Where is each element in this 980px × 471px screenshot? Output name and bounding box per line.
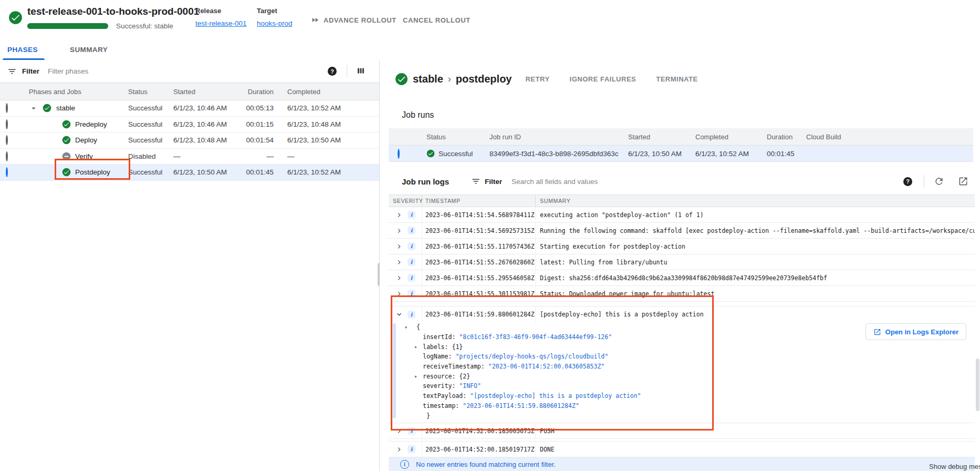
log-entry-row[interactable]: i 2023-06-01T14:51:54.568978411Z executi…: [389, 207, 975, 223]
column-settings-icon[interactable]: [356, 66, 366, 76]
chevron-right-icon[interactable]: [395, 290, 403, 298]
job-radio[interactable]: [6, 151, 8, 161]
job-row-predeploy[interactable]: Predeploy Successful 6/1/23, 10:46 AM 00…: [0, 117, 379, 133]
job-radio[interactable]: [6, 119, 8, 129]
info-severity-icon: i: [408, 242, 415, 250]
log-summary: Status: Downloaded newer image for ubunt…: [536, 290, 975, 298]
toolbar-divider: [347, 65, 347, 77]
release-meta: Release test-release-001: [195, 7, 247, 28]
job-name: Predeploy: [75, 120, 107, 128]
logs-search-input[interactable]: [510, 177, 738, 186]
log-timestamp: 2023-06-01T14:51:55.117057436Z: [422, 239, 536, 254]
chevron-right-icon[interactable]: [395, 258, 403, 267]
chevron-right-icon[interactable]: [395, 211, 403, 219]
success-check-icon: [62, 120, 71, 129]
json-expand-caret[interactable]: ▸: [414, 373, 423, 379]
job-row-postdeploy[interactable]: Postdeploy Successful 6/1/23, 10:50 AM 0…: [0, 165, 379, 181]
job-run-header: stable › postdeploy RETRY IGNORE FAILURE…: [395, 73, 698, 86]
log-summary: latest: Pulling from library/ubuntu: [536, 259, 975, 266]
chevron-right-icon[interactable]: [395, 445, 403, 454]
retry-button[interactable]: RETRY: [525, 75, 549, 83]
job-run-radio-selected[interactable]: [398, 149, 400, 159]
log-entry-row-expanded[interactable]: i 2023-06-01T14:51:59.880601284Z [postde…: [389, 306, 975, 322]
job-completed: 6/1/23, 10:48 AM: [274, 120, 379, 128]
job-run-row[interactable]: Successful 83499ef3-f3d1-48c3-b898-2695d…: [389, 146, 973, 162]
phase-row-stable[interactable]: stable Successful 6/1/23, 10:46 AM 00:05…: [0, 100, 379, 117]
json-line: logName: "projects/deploy-hooks-qs/logs/…: [389, 352, 975, 362]
log-gap: [389, 302, 975, 306]
phases-filter-input[interactable]: [47, 67, 248, 76]
collapse-caret-icon[interactable]: [29, 104, 38, 113]
ignore-failures-button[interactable]: IGNORE FAILURES: [570, 75, 637, 83]
disabled-icon: [62, 152, 71, 161]
json-line: ▸ resource: {2}: [389, 371, 975, 381]
log-entry-row[interactable]: i 2023-06-01T14:52:00.185019717Z DONE: [389, 441, 975, 457]
refresh-icon[interactable]: [934, 176, 944, 187]
cancel-rollout-label: CANCEL ROLLOUT: [403, 16, 471, 24]
log-entry-row[interactable]: i 2023-06-01T14:51:54.569257315Z Running…: [389, 223, 975, 239]
log-summary: Running the following command: skaffold …: [536, 227, 975, 234]
log-timestamp: 2023-06-01T14:52:00.185019717Z: [422, 442, 536, 457]
log-entry-row[interactable]: i 2023-06-01T14:51:55.301153981Z Status:…: [389, 286, 975, 302]
json-value: "projects/deploy-hooks-qs/logs/cloudbuil…: [455, 353, 608, 360]
help-icon[interactable]: ?: [903, 177, 912, 186]
chevron-right-icon[interactable]: [395, 427, 403, 435]
job-started: 6/1/23, 10:48 AM: [173, 136, 234, 144]
col-summary: SUMMARY: [536, 198, 975, 204]
col-job-run-id: Job run ID: [489, 133, 628, 141]
chevron-right-icon[interactable]: [395, 227, 403, 235]
job-row-deploy[interactable]: Deploy Successful 6/1/23, 10:48 AM 00:01…: [0, 132, 379, 149]
vertical-scrollbar[interactable]: [976, 359, 979, 411]
json-line: textPayload: "[postdeploy-echo] this is …: [389, 391, 975, 401]
info-severity-icon: i: [408, 427, 415, 435]
log-entry-row[interactable]: i 2023-06-01T14:52:00.185005673Z PUSH: [389, 423, 975, 439]
log-timestamp: 2023-06-01T14:51:55.295546058Z: [422, 270, 536, 285]
job-radio-selected[interactable]: [6, 167, 8, 177]
col-cloud-build: Cloud Build: [806, 133, 973, 141]
job-completed: 6/1/23, 10:50 AM: [274, 136, 379, 144]
release-link[interactable]: test-release-001: [195, 19, 247, 27]
col-status: Status: [415, 133, 489, 141]
advance-rollout-button[interactable]: ADVANCE ROLLOUT: [311, 15, 397, 25]
json-expand-caret[interactable]: ▸: [414, 344, 423, 350]
log-entry-row[interactable]: i 2023-06-01T14:51:55.267602860Z latest:…: [389, 254, 975, 270]
col-started: Started: [173, 88, 234, 96]
tab-phases[interactable]: PHASES: [7, 39, 38, 60]
job-name: Verify: [75, 152, 93, 160]
chevron-right-icon[interactable]: [395, 242, 403, 251]
rollout-status-text: Successful: stable: [116, 22, 173, 30]
phases-panel: Filter ? Phases and Jobs Status Started …: [0, 60, 379, 471]
json-value: "8c01c16f-3f83-46f9-904f-4ad63444ef99-12…: [459, 333, 612, 341]
tab-summary[interactable]: SUMMARY: [70, 39, 108, 60]
job-name: Postdeploy: [75, 168, 110, 176]
breadcrumb: stable › postdeploy: [413, 73, 512, 85]
job-completed: 6/1/23, 10:52 AM: [274, 168, 379, 176]
target-link[interactable]: hooks-prod: [257, 19, 293, 27]
help-icon[interactable]: ?: [328, 67, 337, 76]
terminate-button[interactable]: TERMINATE: [656, 75, 697, 83]
log-entry-row[interactable]: i 2023-06-01T14:51:55.117057436Z Startin…: [389, 239, 975, 254]
success-check-icon: [62, 168, 71, 177]
tab-phases-label: PHASES: [7, 46, 38, 54]
job-row-verify[interactable]: Verify Disabled — — —: [0, 149, 379, 165]
show-debug-toggle[interactable]: Show debug messages: [929, 463, 980, 470]
open-in-new-icon[interactable]: [958, 176, 968, 187]
job-radio[interactable]: [6, 135, 8, 145]
info-severity-icon: i: [408, 311, 415, 319]
col-timestamp: TIMESTAMP: [422, 195, 536, 207]
log-entry-row[interactable]: i 2023-06-01T14:51:55.295546058Z Digest:…: [389, 270, 975, 286]
open-in-logs-explorer-button[interactable]: Open in Logs Explorer: [866, 323, 966, 340]
no-newer-entries-banner: i No newer entries found matching curren…: [389, 457, 975, 471]
job-run-id: 83499ef3-f3d1-48c3-b898-2695dbfd363c: [489, 150, 628, 158]
info-severity-icon: i: [408, 227, 415, 234]
json-plain: {: [416, 323, 420, 331]
success-check-icon: [426, 149, 435, 158]
phase-radio[interactable]: [6, 103, 8, 113]
log-timestamp: 2023-06-01T14:51:59.880601284Z: [422, 306, 536, 322]
cancel-rollout-button[interactable]: CANCEL ROLLOUT: [403, 15, 471, 25]
json-expand-caret[interactable]: ▾: [404, 324, 413, 330]
chevron-down-icon[interactable]: [395, 310, 403, 319]
tab-summary-label: SUMMARY: [70, 46, 108, 54]
success-check-icon: [43, 104, 51, 112]
chevron-right-icon[interactable]: [395, 274, 403, 282]
